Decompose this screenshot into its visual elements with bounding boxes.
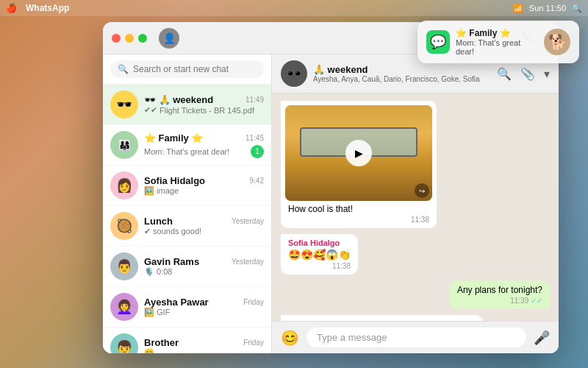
more-icon[interactable]: ▾ [544, 67, 550, 81]
chat-time-gavin: Yesterday [232, 258, 264, 266]
chat-preview-weekend: ✔✔Flight Tickets - BR 145.pdf [144, 105, 264, 115]
video-thumbnail: ▶ ↪ [285, 105, 432, 201]
chat-header-info: 🙏 weekend Ayesha, Anya, Cauã, Dario, Fra… [313, 64, 491, 83]
chat-name-lunch: Lunch [144, 216, 173, 227]
minimize-button[interactable] [125, 34, 134, 43]
notification-content: ⭐ Family ⭐ Mom: That’s great dear! [456, 28, 538, 56]
chat-name-brother: Brother [144, 337, 179, 348]
unread-badge-family: 1 [251, 145, 264, 158]
chat-name-ayesha: Ayesha Pawar [144, 297, 209, 308]
chat-item-weekend[interactable]: 🕶️ 🕶️ 🙏 weekend 11:49 ✔✔Flight Tickets -… [103, 85, 271, 125]
emoji-reactions: 🤩😍🥰😱👏 [288, 249, 351, 261]
mic-button[interactable]: 🎤 [534, 330, 550, 346]
chat-info-family: ⭐ Family ⭐ 11:45 Mom: That's great dear!… [144, 132, 264, 158]
sender-name-goke: Goke Kuyimu [288, 319, 476, 321]
search-input[interactable] [133, 64, 257, 74]
msg-goke: Goke Kuyimu I'm cooking dinner at my pla… [281, 315, 483, 321]
chat-item-lunch[interactable]: 🥘 Lunch Yesterday ✔ sounds good! [103, 206, 271, 247]
msg-time-video: 11:38 [288, 216, 429, 224]
chat-avatar-lunch: 🥘 [110, 212, 138, 240]
chat-item-ayesha[interactable]: 👩‍🦱 Ayesha Pawar Friday 🖼️ GIF [103, 287, 271, 328]
emoji-button[interactable]: 😊 [281, 329, 299, 347]
play-button[interactable]: ▶ [345, 140, 372, 166]
chat-item-gavin[interactable]: 👨 Gavin Rams Yesterday 🎙️ 0:08 [103, 247, 271, 287]
chat-info-sofia: Sofia Hidalgo 9:42 🖼️ image [144, 175, 264, 196]
msg-time-tonight: 11:39 ✓✓ [457, 297, 542, 305]
chat-list: 🕶️ 🕶️ 🙏 weekend 11:49 ✔✔Flight Tickets -… [103, 85, 271, 353]
forward-icon: ↪ [415, 183, 429, 198]
chat-header-name: 🙏 weekend [313, 64, 491, 75]
messages-area: ▶ ↪ How cool is that! 11:38 Sofia Hidalg… [272, 93, 559, 321]
chat-item-brother[interactable]: 👦 Brother Friday 😊 [103, 328, 271, 353]
chat-info-weekend: 🕶️ 🙏 weekend 11:49 ✔✔Flight Tickets - BR… [144, 94, 264, 115]
app-window: 👤 ✏️ ▾ 🔍 🕶️ 🕶️ 🙏 weekend [103, 22, 559, 353]
app-content: 🔍 🕶️ 🕶️ 🙏 weekend 11:49 ✔✔Flight Tickets [103, 54, 559, 353]
chat-time-lunch: Yesterday [232, 217, 264, 225]
chat-preview-family: Mom: That's great dear! [144, 147, 229, 156]
chat-avatar-gavin: 👨 [110, 252, 138, 280]
chat-name-sofia: Sofia Hidalgo [144, 175, 205, 186]
notification-message: Mom: That’s great dear! [456, 38, 538, 56]
chat-header-avatar: 🕶️ [281, 60, 307, 87]
read-receipt: ✓✓ [531, 297, 542, 305]
wifi-icon: 📶 [513, 4, 523, 13]
user-avatar: 👤 [159, 28, 179, 49]
chat-time-brother: Friday [243, 339, 264, 347]
chat-info-gavin: Gavin Rams Yesterday 🎙️ 0:08 [144, 256, 264, 277]
close-button[interactable] [112, 34, 121, 43]
search-menubar-icon[interactable]: 🔍 [572, 4, 582, 13]
input-bar: 😊 Type a message 🎤 [272, 321, 559, 353]
chat-preview-lunch: ✔ sounds good! [144, 227, 264, 236]
msg-sent-tonight: Any plans for tonight? 11:39 ✓✓ [450, 280, 550, 309]
chat-name-weekend: 🕶️ 🙏 weekend [144, 94, 213, 105]
search-bar: 🔍 [103, 54, 271, 85]
chat-item-sofia[interactable]: 👩 Sofia Hidalgo 9:42 🖼️ image [103, 166, 271, 206]
chat-info-brother: Brother Friday 😊 [144, 337, 264, 353]
chat-name-gavin: Gavin Rams [144, 256, 199, 267]
attach-icon[interactable]: 📎 [520, 67, 535, 81]
chat-avatar-sofia: 👩 [110, 171, 138, 199]
chat-time-sofia: 9:42 [250, 177, 264, 185]
msg-video: ▶ ↪ How cool is that! 11:38 [281, 101, 437, 228]
msg-time-sofia: 11:38 [288, 262, 351, 270]
chat-info-ayesha: Ayesha Pawar Friday 🖼️ GIF [144, 297, 264, 317]
chat-name-family: ⭐ Family ⭐ [144, 132, 203, 144]
chat-info-lunch: Lunch Yesterday ✔ sounds good! [144, 216, 264, 236]
sidebar: 🔍 🕶️ 🕶️ 🙏 weekend 11:49 ✔✔Flight Tickets [103, 54, 272, 353]
traffic-lights [112, 34, 147, 43]
sender-name-sofia: Sofia Hidalgo [288, 238, 351, 247]
maximize-button[interactable] [138, 34, 147, 43]
chat-avatar-family: 👨‍👩‍👧 [110, 131, 138, 159]
search-input-wrap[interactable]: 🔍 [110, 60, 264, 78]
chat-header-members: Ayesha, Anya, Cauã, Dario, Francisco, Go… [313, 75, 491, 83]
menu-bar-right: 📶 Sun 11:50 🔍 [513, 4, 582, 13]
chat-time-weekend: 11:49 [245, 96, 264, 104]
clock: Sun 11:50 [529, 4, 566, 13]
msg-sofia-reactions: Sofia Hidalgo 🤩😍🥰😱👏 11:38 [281, 234, 358, 275]
search-chat-icon[interactable]: 🔍 [497, 67, 512, 81]
notification-banner[interactable]: 💬 ⭐ Family ⭐ Mom: That’s great dear! 🐕 [417, 21, 579, 63]
notification-avatar: 🐕 [544, 29, 570, 55]
chat-avatar-ayesha: 👩‍🦱 [110, 293, 138, 321]
chat-time-family: 11:45 [245, 134, 264, 142]
chat-avatar-brother: 👦 [110, 333, 138, 353]
menu-bar: 🍎 WhatsApp 📶 Sun 11:50 🔍 [0, 0, 588, 16]
chat-avatar-weekend: 🕶️ [110, 91, 138, 118]
video-caption: How cool is that! [288, 204, 353, 214]
chat-preview-gavin: 🎙️ 0:08 [144, 267, 264, 277]
menu-bar-left: 🍎 WhatsApp [6, 3, 69, 13]
chat-item-family[interactable]: 👨‍👩‍👧 ⭐ Family ⭐ 11:45 Mom: That's great… [103, 125, 271, 166]
search-icon: 🔍 [118, 64, 129, 74]
app-menu: WhatsApp [26, 3, 69, 13]
notification-app-icon: 💬 [426, 30, 450, 54]
message-input-placeholder[interactable]: Type a message [306, 328, 526, 347]
apple-menu[interactable]: 🍎 [6, 3, 17, 13]
chat-panel: 🕶️ 🙏 weekend Ayesha, Anya, Cauã, Dario, … [272, 54, 559, 353]
chat-header-actions: 🔍 📎 ▾ [497, 67, 550, 81]
msg-text-tonight: Any plans for tonight? [457, 285, 542, 295]
chat-time-ayesha: Friday [243, 298, 264, 306]
chat-preview-ayesha: 🖼️ GIF [144, 308, 264, 317]
chat-preview-sofia: 🖼️ image [144, 186, 264, 196]
chat-preview-brother: 😊 [144, 348, 264, 353]
notification-title: ⭐ Family ⭐ [456, 28, 538, 38]
